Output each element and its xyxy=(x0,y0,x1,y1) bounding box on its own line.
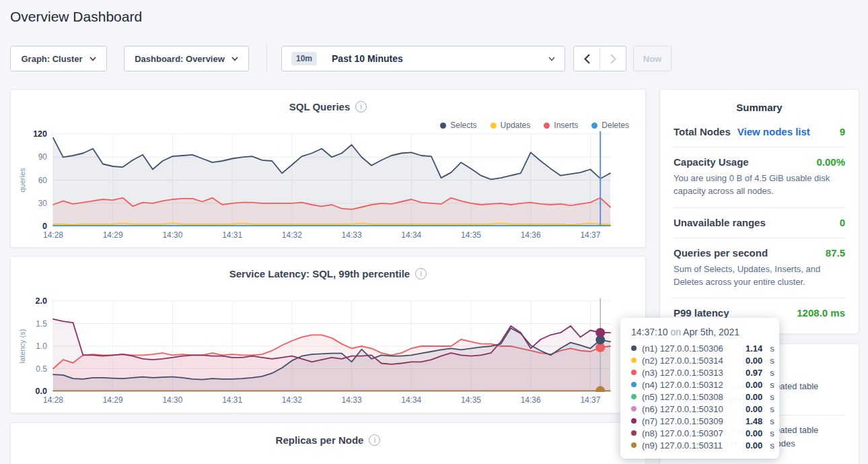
summary-row-main: P99 latency1208.0 ms xyxy=(674,307,845,319)
chart-canvas[interactable]: 030609012014:2814:2914:3014:3114:3214:33… xyxy=(11,90,647,248)
chart-series xyxy=(53,319,610,391)
legend-dot-icon xyxy=(544,123,550,129)
svg-text:14:33: 14:33 xyxy=(342,395,362,405)
svg-text:14:31: 14:31 xyxy=(222,395,242,405)
node-color-dot-icon xyxy=(631,358,637,363)
replicas-per-node-title: Replicas per Node i xyxy=(11,434,645,446)
legend-item-deletes[interactable]: Deletes xyxy=(591,121,629,130)
tooltip-row: (n3) 127.0.0.1:503130.97s xyxy=(631,366,768,378)
highlight-dot xyxy=(595,386,605,395)
tooltip-rows: (n1) 127.0.0.1:503061.14s(n2) 127.0.0.1:… xyxy=(631,342,768,451)
svg-text:1.0: 1.0 xyxy=(36,341,47,351)
tooltip-row: (n6) 127.0.0.1:503100.00s xyxy=(631,403,768,415)
node-color-dot-icon xyxy=(631,406,637,411)
tooltip-node-label: (n4) 127.0.0.1:50312 xyxy=(642,380,740,390)
replicas-per-node-panel: Replicas per Node i xyxy=(10,422,646,464)
sql-queries-title: SQL Queries i xyxy=(11,101,645,112)
tooltip-node-unit: s xyxy=(770,368,774,378)
tooltip-node-unit: s xyxy=(770,404,774,414)
summary-row-main: Total NodesView nodes list9 xyxy=(674,126,845,137)
svg-text:14:29: 14:29 xyxy=(103,395,123,405)
svg-text:30: 30 xyxy=(38,199,48,208)
tooltip-node-label: (n6) 127.0.0.1:50310 xyxy=(642,404,740,414)
dashboard-dropdown-label: Dashboard: Overview xyxy=(135,54,225,64)
svg-text:14:35: 14:35 xyxy=(461,395,481,405)
svg-text:120: 120 xyxy=(33,129,47,139)
legend-dot-icon xyxy=(491,123,497,129)
tooltip-row: (n9) 127.0.0.1:503110.00s xyxy=(631,439,768,451)
summary-description: You are using 0 B of 4.5 GiB usable disk… xyxy=(674,172,845,198)
series-line xyxy=(53,223,610,224)
legend-label: Selects xyxy=(450,121,476,130)
time-range-label: Past 10 Minutes xyxy=(332,53,403,64)
time-step-buttons xyxy=(573,46,626,71)
time-next-button[interactable] xyxy=(600,46,626,71)
view-nodes-link[interactable]: View nodes list xyxy=(737,126,810,137)
legend-dot-icon xyxy=(440,123,446,129)
summary-row: Unavailable ranges0 xyxy=(674,207,845,238)
now-button[interactable]: Now xyxy=(633,46,672,71)
summary-row: Total NodesView nodes list9 xyxy=(674,117,845,147)
sql-queries-legend: SelectsUpdatesInsertsDeletes xyxy=(440,121,629,130)
tooltip-node-value: 0.00 xyxy=(746,428,762,438)
svg-text:14:34: 14:34 xyxy=(401,395,421,405)
tooltip-node-unit: s xyxy=(770,416,774,426)
svg-text:14:35: 14:35 xyxy=(461,230,481,240)
svg-text:14:29: 14:29 xyxy=(103,230,123,240)
sql-queries-panel: SQL Queries i SelectsUpdatesInsertsDelet… xyxy=(10,89,646,248)
chevron-left-icon xyxy=(584,54,590,64)
svg-text:14:30: 14:30 xyxy=(162,395,182,405)
chevron-down-icon xyxy=(89,57,96,61)
info-icon[interactable]: i xyxy=(355,101,367,112)
tooltip-node-label: (n3) 127.0.0.1:50313 xyxy=(642,368,740,378)
svg-text:14:37: 14:37 xyxy=(580,230,600,240)
legend-label: Inserts xyxy=(554,121,578,130)
svg-text:14:31: 14:31 xyxy=(222,230,242,240)
service-latency-title: Service Latency: SQL, 99th percentile i xyxy=(11,268,645,279)
summary-value: 9 xyxy=(840,126,845,137)
page-title: Overview Dashboard xyxy=(10,9,142,25)
summary-card: Summary Total NodesView nodes list9Capac… xyxy=(659,89,859,334)
summary-row-main: Unavailable ranges0 xyxy=(674,217,845,228)
service-latency-chart[interactable]: 0.00.51.01.52.014:2814:2914:3014:3114:32… xyxy=(11,257,647,417)
svg-text:14:34: 14:34 xyxy=(401,230,421,240)
svg-text:60: 60 xyxy=(38,176,48,185)
legend-item-updates[interactable]: Updates xyxy=(491,121,531,130)
tooltip-node-label: (n5) 127.0.0.1:50308 xyxy=(642,392,740,402)
svg-text:queries: queries xyxy=(18,168,26,193)
legend-item-inserts[interactable]: Inserts xyxy=(544,121,578,130)
graph-dropdown[interactable]: Graph: Cluster xyxy=(10,46,107,71)
summary-rows: Total NodesView nodes list9Capacity Usag… xyxy=(674,117,845,328)
legend-dot-icon xyxy=(591,123,598,129)
summary-row: Capacity Usage0.00%You are using 0 B of … xyxy=(674,147,845,207)
svg-text:14:32: 14:32 xyxy=(282,395,302,405)
svg-text:latency (s): latency (s) xyxy=(18,329,26,364)
info-icon[interactable]: i xyxy=(415,268,427,279)
dashboard-dropdown[interactable]: Dashboard: Overview xyxy=(124,46,249,71)
toolbar-divider xyxy=(266,44,267,73)
node-color-dot-icon xyxy=(631,418,637,424)
time-range-dropdown[interactable]: 10m Past 10 Minutes xyxy=(281,46,565,71)
chart-canvas[interactable]: 0.00.51.01.52.014:2814:2914:3014:3114:32… xyxy=(11,257,647,414)
tooltip-row: (n2) 127.0.0.1:503140.00s xyxy=(631,354,768,366)
tooltip-node-label: (n1) 127.0.0.1:50306 xyxy=(642,343,740,354)
svg-text:0.0: 0.0 xyxy=(36,387,47,396)
legend-item-selects[interactable]: Selects xyxy=(440,121,476,130)
summary-label: Queries per second xyxy=(674,247,768,259)
svg-text:90: 90 xyxy=(38,152,48,162)
info-icon[interactable]: i xyxy=(369,434,380,446)
chevron-right-icon xyxy=(610,54,616,64)
svg-text:0: 0 xyxy=(42,222,47,231)
time-prev-button[interactable] xyxy=(574,46,600,71)
node-color-dot-icon xyxy=(631,430,637,436)
tooltip-node-value: 0.00 xyxy=(746,380,762,390)
sql-queries-chart[interactable]: 030609012014:2814:2914:3014:3114:3214:33… xyxy=(11,90,647,251)
node-color-dot-icon xyxy=(631,394,637,399)
tooltip-node-value: 1.48 xyxy=(746,416,762,426)
svg-text:1.5: 1.5 xyxy=(36,319,47,329)
summary-label: Capacity Usage xyxy=(674,156,749,168)
node-color-dot-icon xyxy=(631,370,637,375)
svg-text:14:28: 14:28 xyxy=(43,395,63,405)
summary-value: 1208.0 ms xyxy=(797,307,845,319)
tooltip-row: (n7) 127.0.0.1:503091.48s xyxy=(631,415,768,427)
